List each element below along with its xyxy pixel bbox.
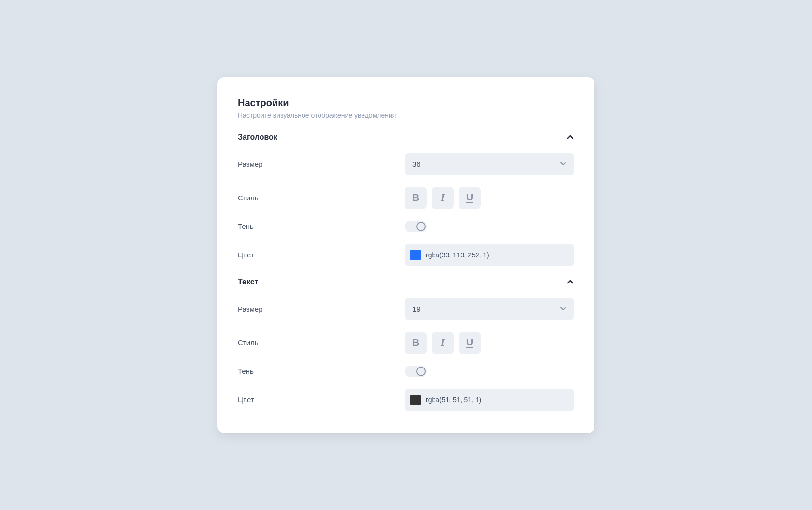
header-color-value: rgba(33, 113, 252, 1) xyxy=(426,251,489,259)
text-size-row: Размер 19 xyxy=(238,298,574,320)
text-style-label: Стиль xyxy=(238,339,405,347)
header-shadow-row: Тень xyxy=(238,221,574,232)
text-shadow-label: Тень xyxy=(238,367,405,375)
chevron-down-icon xyxy=(560,305,566,313)
chevron-up-icon xyxy=(566,133,574,141)
text-color-row: Цвет rgba(51, 51, 51, 1) xyxy=(238,389,574,411)
section-header-title: Заголовок xyxy=(238,133,277,142)
panel-subtitle: Настройте визуальное отображение уведомл… xyxy=(238,112,574,119)
text-color-value: rgba(51, 51, 51, 1) xyxy=(426,396,481,404)
text-underline-button[interactable]: U xyxy=(459,332,481,354)
chevron-up-icon xyxy=(566,278,574,286)
header-style-group: B I U xyxy=(405,187,481,209)
header-underline-button[interactable]: U xyxy=(459,187,481,209)
section-text-toggle[interactable]: Текст xyxy=(238,278,574,286)
text-shadow-row: Тень xyxy=(238,366,574,377)
toggle-knob-icon xyxy=(416,222,426,231)
chevron-down-icon xyxy=(560,160,566,169)
text-italic-button[interactable]: I xyxy=(432,332,454,354)
header-style-label: Стиль xyxy=(238,194,405,202)
toggle-knob-icon xyxy=(416,367,426,376)
section-text-block: Текст Размер 19 Стиль B I xyxy=(238,278,574,411)
header-italic-button[interactable]: I xyxy=(432,187,454,209)
header-size-select[interactable]: 36 xyxy=(405,153,574,175)
header-shadow-toggle[interactable] xyxy=(405,221,427,232)
section-header-toggle[interactable]: Заголовок xyxy=(238,133,574,142)
underline-glyph: U xyxy=(466,193,473,203)
underline-glyph: U xyxy=(466,338,473,348)
text-bold-button[interactable]: B xyxy=(405,332,427,354)
header-color-row: Цвет rgba(33, 113, 252, 1) xyxy=(238,244,574,266)
text-size-select[interactable]: 19 xyxy=(405,298,574,320)
header-color-field[interactable]: rgba(33, 113, 252, 1) xyxy=(405,244,574,266)
header-color-swatch xyxy=(410,250,421,260)
panel-header: Настройки Настройте визуальное отображен… xyxy=(238,98,574,119)
header-size-row: Размер 36 xyxy=(238,153,574,175)
section-header-block: Заголовок Размер 36 Стиль B I xyxy=(238,133,574,266)
settings-panel: Настройки Настройте визуальное отображен… xyxy=(218,77,594,433)
header-style-row: Стиль B I U xyxy=(238,187,574,209)
header-size-value: 36 xyxy=(412,160,420,168)
text-color-label: Цвет xyxy=(238,396,405,404)
header-color-label: Цвет xyxy=(238,251,405,259)
section-text-title: Текст xyxy=(238,278,258,286)
text-color-swatch xyxy=(410,395,421,405)
text-style-group: B I U xyxy=(405,332,481,354)
text-size-value: 19 xyxy=(412,305,420,313)
text-size-label: Размер xyxy=(238,305,405,313)
text-shadow-toggle[interactable] xyxy=(405,366,427,377)
text-style-row: Стиль B I U xyxy=(238,332,574,354)
header-bold-button[interactable]: B xyxy=(405,187,427,209)
header-shadow-label: Тень xyxy=(238,222,405,230)
header-size-label: Размер xyxy=(238,160,405,168)
panel-title: Настройки xyxy=(238,98,574,109)
text-color-field[interactable]: rgba(51, 51, 51, 1) xyxy=(405,389,574,411)
